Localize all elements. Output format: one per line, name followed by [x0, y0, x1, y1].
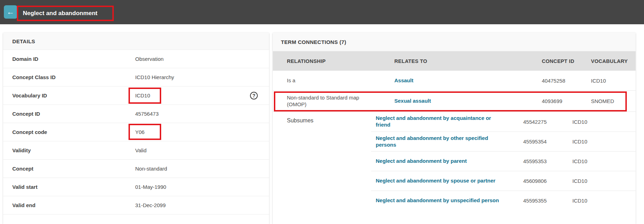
detail-value: Observation: [135, 56, 164, 62]
detail-row-concept-id: Concept ID 45756473: [3, 105, 269, 123]
vocabulary-cell: ICD10: [572, 158, 636, 164]
term-connections-panel: TERM CONNECTIONS (7) RELATIONSHIP RELATE…: [273, 33, 636, 224]
detail-value: Y06: [135, 129, 145, 135]
table-row-subsumes-group: Subsumes Neglect and abandonment by acqu…: [273, 112, 636, 210]
detail-label: Validity: [3, 147, 135, 153]
details-panel-title: DETAILS: [3, 33, 269, 50]
table-row: Neglect and abandonment by parent 455953…: [371, 151, 636, 171]
column-header-relates-to: RELATES TO: [394, 58, 542, 64]
concept-id-cell: 40475258: [542, 78, 591, 84]
table-row: Neglect and abandonment by acquaintance …: [371, 112, 636, 132]
table-header-row: RELATIONSHIP RELATES TO CONCEPT ID VOCAB…: [273, 51, 636, 71]
concept-link[interactable]: Neglect and abandonment by acquaintance …: [376, 115, 506, 128]
detail-row-vocabulary-id: Vocabulary ID ICD10 ?: [3, 87, 269, 105]
concept-link[interactable]: Neglect and abandonment by unspecified p…: [376, 197, 499, 204]
vocabulary-cell: ICD10: [572, 178, 636, 184]
detail-label: Domain ID: [3, 56, 135, 62]
column-header-concept-id: CONCEPT ID: [542, 58, 591, 64]
concept-link-assault[interactable]: Assault: [394, 77, 413, 84]
table-row: Neglect and abandonment by spouse or par…: [371, 171, 636, 191]
relationship-cell: Non-standard to Standard map (OMOP): [287, 95, 371, 108]
details-panel: DETAILS Domain ID Observation Concept Cl…: [3, 33, 269, 224]
detail-row-valid-end: Valid end 31-Dec-2099: [3, 196, 269, 215]
concept-id-cell: 45595353: [523, 158, 572, 164]
detail-label: Valid start: [3, 184, 135, 190]
vocabulary-cell: SNOMED: [591, 98, 636, 104]
concept-id-cell: 45609806: [523, 178, 572, 184]
detail-value: 45756473: [135, 111, 159, 117]
detail-row-concept-class-id: Concept Class ID ICD10 Hierarchy: [3, 68, 269, 87]
concept-id-cell: 45595354: [523, 139, 572, 145]
vocabulary-cell: ICD10: [572, 198, 636, 204]
detail-value: ICD10: [135, 92, 150, 98]
table-row-omop-map: Non-standard to Standard map (OMOP) Sexu…: [273, 91, 636, 112]
vocabulary-cell: ICD10: [591, 78, 636, 84]
detail-label: Concept Class ID: [3, 74, 135, 80]
concept-link[interactable]: Neglect and abandonment by other specifi…: [376, 135, 506, 148]
concept-id-cell: 4093699: [542, 98, 591, 104]
column-header-vocabulary: VOCABULARY: [591, 58, 636, 64]
annotation-box-title: Neglect and abandonment: [17, 6, 114, 21]
subsumes-rows: Neglect and abandonment by acquaintance …: [371, 112, 636, 210]
detail-value: 31-Dec-2099: [135, 202, 166, 208]
detail-row-validity: Validity Valid: [3, 141, 269, 160]
detail-value: Non-standard: [135, 166, 167, 172]
term-connections-title: TERM CONNECTIONS (7): [273, 33, 636, 51]
help-icon[interactable]: ?: [250, 92, 258, 100]
concept-link[interactable]: Neglect and abandonment by parent: [376, 158, 467, 165]
detail-row-concept-code: Concept code Y06: [3, 123, 269, 141]
vocabulary-cell: ICD10: [572, 119, 636, 125]
table-row: Neglect and abandonment by other specifi…: [371, 132, 636, 151]
relationship-cell: Is a: [287, 77, 371, 84]
concept-link[interactable]: Neglect and abandonment by spouse or par…: [376, 178, 495, 184]
detail-label: Concept ID: [3, 111, 135, 117]
detail-label: Valid end: [3, 202, 135, 208]
detail-value: ICD10 Hierarchy: [135, 74, 174, 80]
detail-value: 01-May-1990: [135, 184, 166, 190]
detail-value: Valid: [135, 147, 146, 153]
vocabulary-cell: ICD10: [572, 139, 636, 145]
detail-label: Concept: [3, 166, 135, 172]
detail-label: Concept code: [3, 129, 135, 135]
detail-row-valid-start: Valid start 01-May-1990: [3, 178, 269, 196]
page-title: Neglect and abandonment: [18, 10, 98, 17]
concept-id-cell: 45595355: [523, 198, 572, 204]
top-bar: ← Neglect and abandonment: [0, 0, 644, 24]
detail-row-concept: Concept Non-standard: [3, 160, 269, 178]
relationship-cell: Subsumes: [287, 112, 371, 210]
concept-link-sexual-assault[interactable]: Sexual assault: [394, 98, 431, 104]
back-button[interactable]: ←: [4, 5, 17, 19]
concept-id-cell: 45542275: [523, 119, 572, 125]
detail-row-domain-id: Domain ID Observation: [3, 50, 269, 68]
table-row: Neglect and abandonment by unspecified p…: [371, 191, 636, 210]
detail-label: Vocabulary ID: [3, 92, 135, 98]
table-row-is-a: Is a Assault 40475258 ICD10: [273, 71, 636, 91]
column-header-relationship: RELATIONSHIP: [287, 58, 394, 64]
